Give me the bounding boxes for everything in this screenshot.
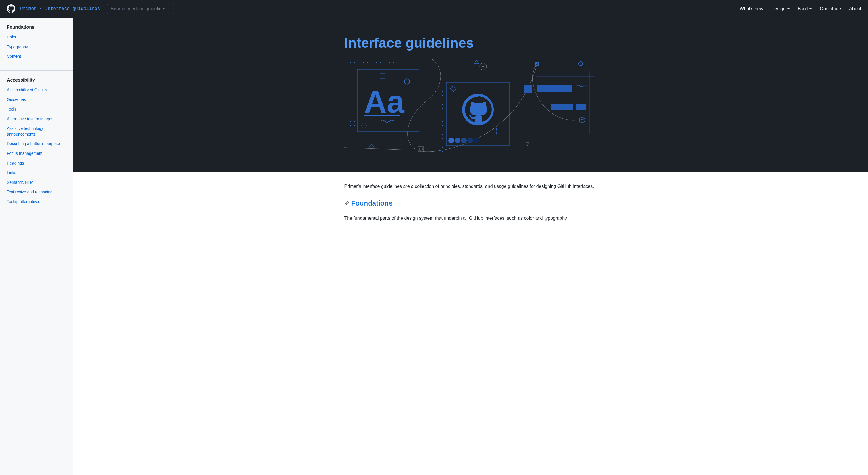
content: Primer's interface guidelines are a coll… [344,172,597,232]
link-icon [344,201,349,206]
svg-rect-94 [545,138,546,138]
svg-rect-51 [442,121,443,122]
sidebar-item-tooltip-alt[interactable]: Tooltip alternatives [7,199,66,205]
sidebar-item-alt-text[interactable]: Alternative text for images [7,116,66,122]
search-input[interactable] [107,4,174,14]
svg-rect-87 [524,85,532,93]
sidebar-item-button-purpose[interactable]: Describing a button's purpose [7,141,66,147]
breadcrumb: Primer / Interface guidelines [20,6,100,11]
svg-rect-26 [350,117,351,117]
sidebar: Foundations Color Typography Content Acc… [0,18,73,475]
sidebar-item-tools[interactable]: Tools [7,107,66,112]
svg-rect-101 [575,138,576,138]
sidebar-item-color[interactable]: Color [7,34,66,40]
svg-rect-70 [471,150,471,150]
svg-rect-16 [363,67,364,67]
svg-rect-29 [354,121,355,122]
breadcrumb-secondary[interactable]: Interface guidelines [45,6,100,11]
intro-text: Primer's interface guidelines are a coll… [344,184,597,189]
sidebar-item-accessibility-github[interactable]: Accessibility at GitHub [7,87,66,93]
svg-rect-17 [367,67,368,67]
svg-point-81 [579,62,583,66]
svg-point-64 [467,138,473,143]
svg-rect-7 [380,62,381,63]
sidebar-item-content[interactable]: Content [7,54,66,59]
svg-rect-90 [576,104,586,110]
svg-rect-98 [562,138,563,138]
svg-rect-99 [566,138,567,138]
layout: Foundations Color Typography Content Acc… [0,18,868,475]
svg-rect-93 [540,138,541,138]
svg-rect-27 [354,117,355,117]
sidebar-item-typography[interactable]: Typography [7,44,66,50]
svg-rect-46 [442,100,443,100]
svg-point-65 [474,138,479,143]
nav-about[interactable]: About [849,6,861,11]
svg-rect-8 [384,62,385,63]
github-logo-link[interactable] [7,4,16,14]
svg-rect-55 [442,139,443,139]
svg-rect-67 [458,150,458,150]
sidebar-heading: Foundations [7,25,66,30]
nav-contribute[interactable]: Contribute [820,6,841,11]
svg-rect-103 [584,138,584,138]
nav-whats-new[interactable]: What's new [740,6,763,11]
svg-point-37 [362,123,366,128]
svg-rect-48 [442,108,443,109]
svg-rect-71 [475,150,476,150]
svg-rect-108 [553,142,554,143]
svg-rect-10 [393,62,394,63]
sidebar-item-assistive-tech[interactable]: Assistive technology announcements [7,126,66,137]
sidebar-section-accessibility: Accessibility Accessibility at GitHub Gu… [0,78,73,216]
sidebar-item-headings[interactable]: Headings [7,160,66,166]
svg-rect-68 [462,150,463,150]
svg-marker-34 [405,79,409,84]
svg-rect-13 [350,67,351,67]
nav-build[interactable]: Build [798,6,812,11]
svg-rect-11 [398,62,398,63]
svg-rect-111 [566,142,567,143]
svg-rect-23 [393,67,394,67]
svg-rect-75 [492,150,493,150]
svg-rect-114 [579,142,580,143]
svg-rect-105 [540,142,541,143]
svg-rect-59 [451,86,456,92]
svg-rect-9 [389,62,390,63]
svg-rect-56 [442,143,443,143]
svg-rect-69 [466,150,467,150]
page-title: Interface guidelines [344,35,597,51]
nav-design[interactable]: Design [771,6,789,11]
sidebar-heading: Accessibility [7,78,66,83]
svg-rect-45 [442,95,443,96]
chevron-down-icon [787,8,789,9]
svg-rect-73 [484,150,484,150]
svg-rect-21 [384,67,385,67]
svg-rect-1 [354,62,355,63]
sidebar-item-focus[interactable]: Focus management [7,151,66,156]
svg-rect-18 [372,67,372,67]
svg-rect-88 [537,85,572,92]
svg-rect-109 [558,142,558,143]
svg-rect-104 [536,142,537,143]
svg-point-61 [448,138,454,143]
svg-rect-49 [442,113,443,113]
svg-rect-44 [442,91,443,92]
sidebar-item-guidelines[interactable]: Guidelines [7,97,66,102]
svg-rect-110 [562,142,563,143]
svg-rect-20 [380,67,381,67]
svg-rect-112 [570,142,571,143]
section-heading-link[interactable]: Foundations [351,199,393,207]
svg-rect-89 [551,104,574,110]
svg-rect-92 [536,138,537,138]
breadcrumb-primary[interactable]: Primer [20,6,37,11]
svg-rect-74 [488,150,489,150]
svg-rect-14 [354,67,355,67]
sidebar-item-semantic-html[interactable]: Semantic HTML [7,180,66,185]
svg-line-41 [344,148,421,150]
svg-rect-24 [398,67,398,67]
svg-rect-96 [553,138,554,138]
svg-rect-12 [402,62,402,63]
sidebar-item-text-resize[interactable]: Text resize and respacing [7,189,66,195]
svg-rect-50 [442,117,443,117]
sidebar-item-links[interactable]: Links [7,170,66,176]
